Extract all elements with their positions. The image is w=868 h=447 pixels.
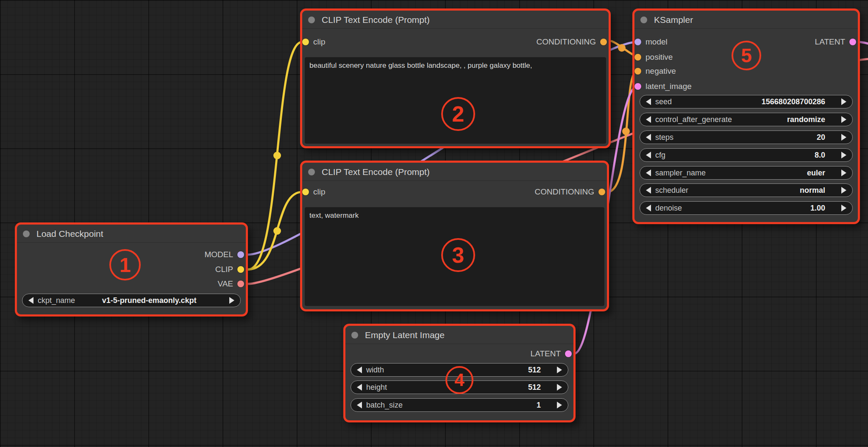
positive-input-dot[interactable] <box>634 54 641 61</box>
output-slot-latent: LATENT <box>345 348 573 360</box>
annotation-badge-3: 3 <box>441 238 475 272</box>
sampler-name-widget[interactable]: sampler_name euler <box>640 166 853 180</box>
wire-midpoint-dot[interactable] <box>273 152 281 159</box>
increment-arrow-icon[interactable] <box>841 134 846 141</box>
increment-arrow-icon[interactable] <box>841 187 846 194</box>
conditioning-output-dot[interactable] <box>600 39 607 45</box>
increment-arrow-icon[interactable] <box>841 152 846 158</box>
annotation-badge-2: 2 <box>441 97 475 131</box>
annotation-badge-1: 1 <box>109 249 141 280</box>
decrement-arrow-icon[interactable] <box>357 366 362 373</box>
annotation-badge-4: 4 <box>445 366 473 394</box>
increment-arrow-icon[interactable] <box>841 116 846 123</box>
decrement-arrow-icon[interactable] <box>646 98 651 105</box>
node-title: CLIP Text Encode (Prompt) <box>322 163 430 181</box>
batch-size-widget[interactable]: batch_size 1 <box>351 398 568 412</box>
node-title: CLIP Text Encode (Prompt) <box>322 11 430 29</box>
increment-arrow-icon[interactable] <box>557 402 562 408</box>
decrement-arrow-icon[interactable] <box>646 187 651 194</box>
cfg-widget[interactable]: cfg 8.0 <box>640 148 853 162</box>
decrement-arrow-icon[interactable] <box>646 169 651 176</box>
scheduler-widget[interactable]: scheduler normal <box>640 183 853 197</box>
collapse-dot[interactable] <box>308 169 315 175</box>
increment-arrow-icon[interactable] <box>841 205 846 211</box>
increment-arrow-icon[interactable] <box>229 297 234 304</box>
increment-arrow-icon[interactable] <box>557 366 562 373</box>
node-title: KSampler <box>654 11 693 29</box>
output-slot-conditioning: CONDITIONING <box>302 36 609 48</box>
control-after-generate-widget[interactable]: control_after_generate randomize <box>640 113 853 126</box>
latent-output-dot[interactable] <box>849 39 856 45</box>
node-clip-text-encode-negative[interactable]: CLIP Text Encode (Prompt) clip CONDITION… <box>300 161 609 311</box>
input-slot-latent-image: latent_image <box>634 81 858 92</box>
output-slot-vae: VAE <box>17 278 246 290</box>
clip-output-dot[interactable] <box>237 266 244 273</box>
wire-midpoint-dot[interactable] <box>618 44 626 52</box>
latent-image-input-dot[interactable] <box>634 83 641 90</box>
conditioning-output-dot[interactable] <box>598 189 605 195</box>
node-graph-canvas[interactable]: Load Checkpoint MODEL CLIP VAE ckpt_name… <box>0 0 868 447</box>
decrement-arrow-icon[interactable] <box>646 116 651 123</box>
node-titlebar[interactable]: KSampler <box>634 11 858 29</box>
decrement-arrow-icon[interactable] <box>357 402 362 408</box>
increment-arrow-icon[interactable] <box>841 98 846 105</box>
collapse-dot[interactable] <box>640 17 647 23</box>
increment-arrow-icon[interactable] <box>557 384 562 391</box>
collapse-dot[interactable] <box>351 332 358 339</box>
annotation-badge-5: 5 <box>732 41 761 70</box>
collapse-dot[interactable] <box>23 230 30 237</box>
collapse-dot[interactable] <box>308 17 315 23</box>
decrement-arrow-icon[interactable] <box>646 205 651 211</box>
node-titlebar[interactable]: CLIP Text Encode (Prompt) <box>302 11 609 29</box>
vae-output-dot[interactable] <box>237 280 244 287</box>
node-titlebar[interactable]: CLIP Text Encode (Prompt) <box>302 163 607 181</box>
output-slot-conditioning: CONDITIONING <box>302 186 607 198</box>
model-output-dot[interactable] <box>237 251 244 258</box>
node-titlebar[interactable]: Load Checkpoint <box>17 225 246 243</box>
decrement-arrow-icon[interactable] <box>357 384 362 391</box>
decrement-arrow-icon[interactable] <box>646 134 651 141</box>
node-title: Load Checkpoint <box>36 225 103 243</box>
decrement-arrow-icon[interactable] <box>28 297 33 304</box>
increment-arrow-icon[interactable] <box>841 169 846 176</box>
wire-midpoint-dot[interactable] <box>622 128 630 135</box>
steps-widget[interactable]: steps 20 <box>640 130 853 144</box>
wire-midpoint-dot[interactable] <box>273 227 281 235</box>
node-title: Empty Latent Image <box>365 326 445 344</box>
negative-input-dot[interactable] <box>634 68 641 75</box>
node-titlebar[interactable]: Empty Latent Image <box>345 326 573 344</box>
seed-widget[interactable]: seed 156680208700286 <box>640 95 853 108</box>
decrement-arrow-icon[interactable] <box>646 152 651 158</box>
denoise-widget[interactable]: denoise 1.00 <box>640 201 853 215</box>
latent-output-dot[interactable] <box>565 350 572 357</box>
ckpt-name-widget[interactable]: ckpt_name v1-5-pruned-emaonly.ckpt <box>22 294 241 307</box>
